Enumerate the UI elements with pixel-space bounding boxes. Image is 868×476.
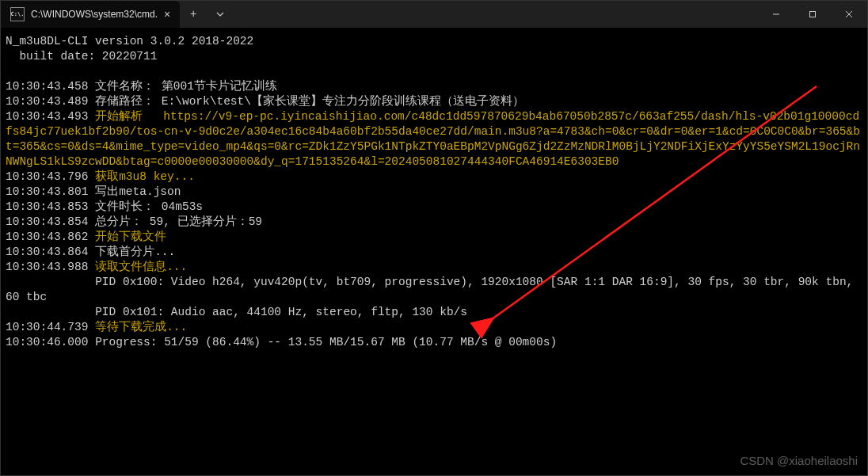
label-path: 存储路径： (95, 95, 154, 108)
label-getkey: 获取m3u8 key... (95, 170, 195, 183)
ts: 10:30:43.458 (6, 80, 88, 93)
label-filename: 文件名称： (95, 80, 154, 93)
ts: 10:30:43.796 (6, 170, 88, 183)
value-segments: 59, 已选择分片：59 (150, 215, 262, 228)
label-duration: 文件时长： (95, 200, 154, 213)
ts: 10:30:43.801 (6, 185, 88, 198)
value-duration: 04m53s (162, 200, 203, 213)
label-firstseg: 下载首分片... (95, 246, 175, 258)
chevron-down-icon (216, 10, 224, 18)
svg-rect-1 (810, 12, 816, 17)
ts: 10:30:46.000 (6, 336, 88, 348)
cmd-icon: C:\. (10, 7, 25, 21)
tab-close-button[interactable]: × (164, 9, 170, 20)
stream-audio: PID 0x101: Audio aac, 44100 Hz, stereo, … (6, 306, 467, 318)
progress-line: Progress: 51/59 (86.44%) -- 13.55 MB/15.… (95, 336, 557, 348)
close-button[interactable] (831, 1, 867, 28)
new-tab-button[interactable]: + (180, 1, 207, 28)
header-line-2: built date: 20220711 (6, 50, 157, 63)
value-path: E:\work\test\【家长课堂】专注力分阶段训练课程（送电子资料） (162, 95, 524, 108)
tab-dropdown-button[interactable] (207, 1, 234, 28)
tab-cmd[interactable]: C:\. C:\WINDOWS\system32\cmd. × (1, 1, 180, 28)
ts: 10:30:44.739 (6, 321, 88, 333)
stream-video: PID 0x100: Video h264, yuv420p(tv, bt709… (6, 276, 860, 303)
window-controls (758, 1, 867, 28)
minimize-button[interactable] (758, 1, 794, 28)
value-filename: 第001节卡片记忆训练 (162, 80, 277, 93)
label-readinfo: 读取文件信息... (95, 261, 187, 273)
terminal-window: C:\. C:\WINDOWS\system32\cmd. × + N_m3u8… (0, 0, 868, 476)
ts: 10:30:43.988 (6, 261, 88, 273)
tab-title: C:\WINDOWS\system32\cmd. (31, 9, 158, 20)
ts: 10:30:43.862 (6, 230, 88, 243)
ts: 10:30:43.493 (6, 110, 88, 123)
ts: 10:30:43.864 (6, 246, 88, 258)
ts: 10:30:43.489 (6, 95, 88, 108)
header-line-1: N_m3u8DL-CLI version 3.0.2 2018-2022 (6, 35, 253, 48)
ts: 10:30:43.854 (6, 215, 88, 228)
maximize-button[interactable] (794, 1, 831, 28)
titlebar: C:\. C:\WINDOWS\system32\cmd. × + (1, 1, 867, 28)
watermark: CSDN @xiaoheilaoshi (740, 454, 858, 467)
label-wait: 等待下载完成... (95, 321, 187, 333)
terminal-output[interactable]: N_m3u8DL-CLI version 3.0.2 2018-2022 bui… (1, 28, 867, 356)
label-meta: 写出meta.json (95, 185, 181, 198)
titlebar-drag-area[interactable] (234, 1, 758, 28)
label-segments: 总分片： (95, 215, 143, 228)
label-parse: 开始解析 (95, 110, 163, 123)
ts: 10:30:43.853 (6, 200, 88, 213)
label-startdl: 开始下载文件 (95, 230, 166, 243)
